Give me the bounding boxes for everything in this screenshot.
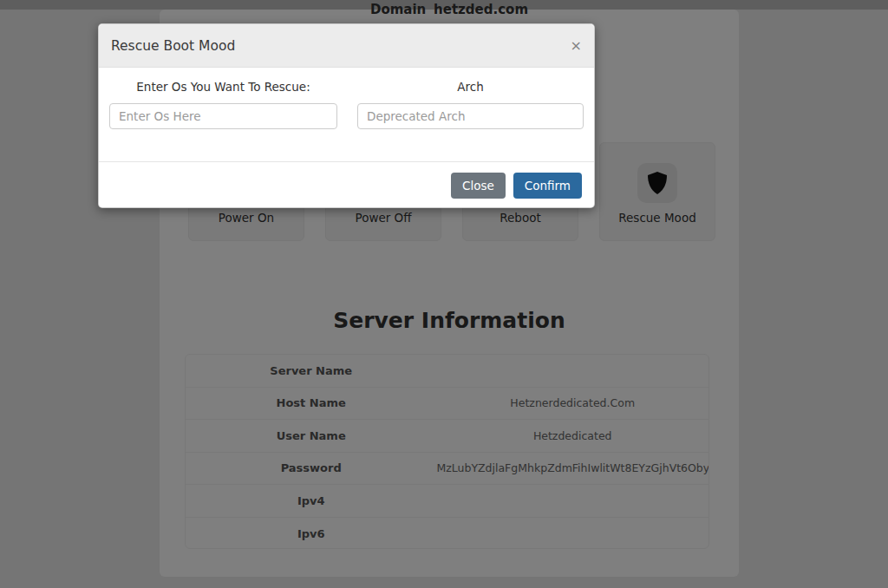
close-icon[interactable]: × [571,39,582,53]
arch-field-label: Arch [357,80,584,94]
os-field-group: Enter Os You Want To Rescue: [109,80,337,129]
modal-title: Rescue Boot Mood [111,38,235,54]
arch-input[interactable] [357,103,584,129]
close-button[interactable]: Close [451,173,506,199]
modal-header: Rescue Boot Mood × [99,24,594,68]
rescue-boot-modal: Rescue Boot Mood × Enter Os You Want To … [98,23,595,208]
os-field-label: Enter Os You Want To Rescue: [109,80,337,94]
modal-body: Enter Os You Want To Rescue: Arch [99,68,594,161]
modal-footer: Close Confirm [99,161,594,208]
os-input[interactable] [109,103,337,129]
arch-field-group: Arch [357,80,584,129]
page: Domain hetzded.com Power On Power Off Re… [0,0,888,588]
confirm-button[interactable]: Confirm [513,173,582,199]
